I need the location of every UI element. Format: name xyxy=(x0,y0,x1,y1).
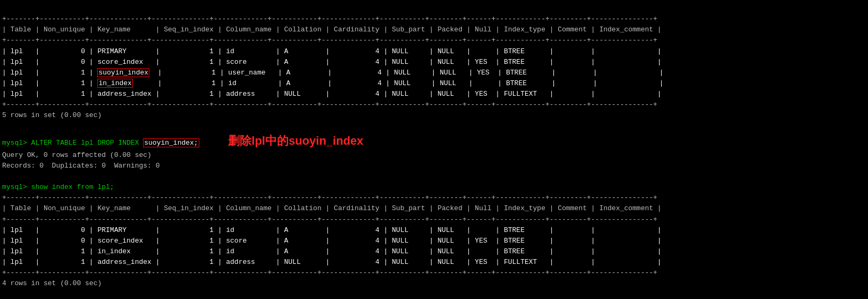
separator-mid-2: +-------+-----------+--------------+----… xyxy=(2,215,658,223)
separator-bot-1: +-------+-----------+--------------+----… xyxy=(2,101,658,109)
table2-row-2: | lpl | 0 | score_index | 1 | score | A … xyxy=(2,237,661,245)
query-ok-line: Query OK, 0 rows affected (0.00 sec) xyxy=(2,151,151,159)
header-row-2: | Table | Non_unique | Key_name | Seq_in… xyxy=(2,204,661,212)
show-cmd-line: mysql> show index from lpl; xyxy=(2,183,114,191)
table1-row-1: | lpl | 0 | PRIMARY | 1 | id | A | 4 | N… xyxy=(2,47,661,55)
table1-row-4: | lpl | 1 | in_index | 1 | id | A | 4 | … xyxy=(2,79,663,88)
table2-row-3: | lpl | 1 | in_index | 1 | id | A | 4 | … xyxy=(2,247,661,255)
table1-row-5: | lpl | 1 | address_index | 1 | address … xyxy=(2,90,661,98)
table1-row-3: | lpl | 1 | suoyin_index | 1 | user_name… xyxy=(2,68,663,77)
annotation-text: 删除lpl中的suoyin_index xyxy=(228,134,363,147)
separator-mid-1: +-------+-----------+--------------+----… xyxy=(2,36,658,44)
alter-index-text: suoyin_index; xyxy=(143,138,199,147)
separator-top-2: +-------+-----------+--------------+----… xyxy=(2,194,658,202)
alter-command-line: mysql> ALTER TABLE lpl DROP INDEX suoyin… xyxy=(2,139,364,147)
separator-top: +-------+-----------+--------------+----… xyxy=(2,15,658,23)
rows-in-set-2: 4 rows in set (0.00 sec) xyxy=(2,279,102,287)
show-cmd-text: mysql> show index from lpl; xyxy=(2,183,114,191)
table1-row-2: | lpl | 0 | score_index | 1 | score | A … xyxy=(2,58,661,66)
alter-cmd-text: mysql> ALTER TABLE lpl DROP INDEX xyxy=(2,139,143,147)
table2-row-4: | lpl | 1 | address_index | 1 | address … xyxy=(2,258,661,266)
terminal-window: +-------+-----------+--------------+----… xyxy=(0,0,868,299)
separator-bot-2: +-------+-----------+--------------+----… xyxy=(2,269,658,277)
header-row: | Table | Non_unique | Key_name | Seq_in… xyxy=(2,26,661,34)
records-line: Records: 0 Duplicates: 0 Warnings: 0 xyxy=(2,162,159,170)
table2-row-1: | lpl | 0 | PRIMARY | 1 | id | A | 4 | N… xyxy=(2,226,661,234)
rows-in-set-1: 5 rows in set (0.00 sec) xyxy=(2,111,102,119)
